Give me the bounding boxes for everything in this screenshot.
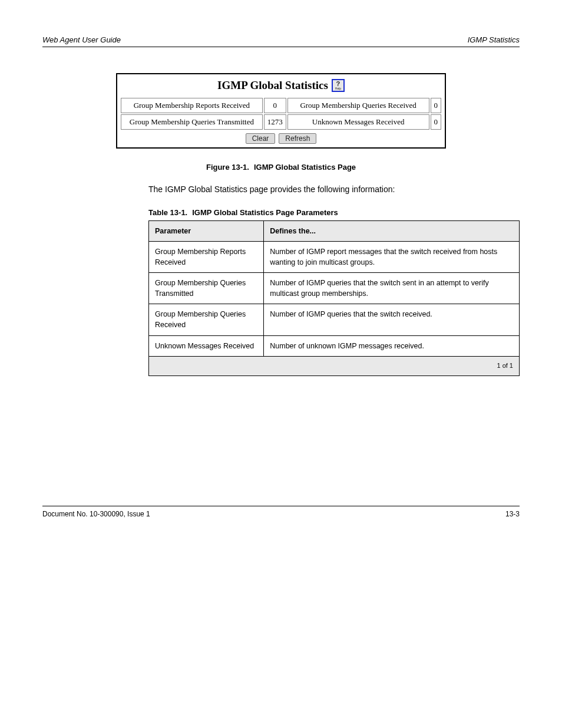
cell-desc: Number of IGMP queries that the switch r… — [264, 304, 520, 335]
cell-desc: Number of IGMP queries that the switch s… — [264, 273, 520, 304]
page-header: Web Agent User Guide IGMP Statistics — [42, 35, 520, 47]
table-caption: Table 13-1.IGMP Global Statistics Page P… — [148, 208, 520, 217]
cell-param: Group Membership Queries Transmitted — [149, 273, 264, 304]
table-row: Group Membership Reports Received Number… — [149, 241, 520, 272]
footer-page-number: 13-3 — [505, 510, 520, 518]
cell-desc: Number of unknown IGMP messages received… — [264, 335, 520, 356]
unknown-received-value: 0 — [431, 114, 442, 130]
figure-caption-text: IGMP Global Statistics Page — [254, 163, 356, 172]
reports-received-value: 0 — [264, 98, 286, 113]
table-footer: 1 of 1 — [149, 356, 520, 375]
footer-doc-id: Document No. 10-300090, Issue 1 — [42, 510, 150, 518]
figure-caption-number: Figure 13-1. — [206, 163, 249, 172]
col-header-defines: Defines the... — [264, 220, 520, 241]
table-row: Unknown Messages Received Number of unkn… — [149, 335, 520, 356]
cell-param: Group Membership Reports Received — [149, 241, 264, 272]
table-row: Group Membership Queries Transmitted Num… — [149, 273, 520, 304]
clear-button[interactable]: Clear — [246, 133, 276, 144]
reports-received-label: Group Membership Reports Received — [121, 98, 263, 113]
cell-desc: Number of IGMP report messages that the … — [264, 241, 520, 272]
unknown-received-label: Unknown Messages Received — [287, 114, 429, 130]
help-icon[interactable]: ? Help — [332, 79, 345, 92]
queries-transmitted-label: Group Membership Queries Transmitted — [121, 114, 263, 130]
header-right: IGMP Statistics — [468, 35, 520, 44]
col-header-parameter: Parameter — [149, 220, 264, 241]
queries-received-label: Group Membership Queries Received — [287, 98, 429, 113]
table-row: Group Membership Queries Received Number… — [149, 304, 520, 335]
header-left: Web Agent User Guide — [42, 35, 121, 44]
queries-received-value: 0 — [431, 98, 442, 113]
figure-caption: Figure 13-1.IGMP Global Statistics Page — [42, 163, 520, 172]
intro-paragraph: The IGMP Global Statistics page provides… — [148, 183, 520, 196]
igmp-stats-panel: IGMP Global Statistics ? Help Group Memb… — [116, 73, 446, 149]
queries-transmitted-value: 1273 — [264, 114, 286, 130]
cell-param: Group Membership Queries Received — [149, 304, 264, 335]
cell-param: Unknown Messages Received — [149, 335, 264, 356]
stats-grid: Group Membership Reports Received 0 Grou… — [117, 95, 445, 131]
refresh-button[interactable]: Refresh — [279, 133, 316, 144]
panel-title: IGMP Global Statistics — [217, 79, 328, 92]
table-caption-text: IGMP Global Statistics Page Parameters — [192, 208, 338, 217]
table-caption-number: Table 13-1. — [148, 208, 187, 217]
params-table: Parameter Defines the... Group Membershi… — [148, 220, 520, 376]
page-footer: Document No. 10-300090, Issue 1 13-3 — [42, 506, 520, 518]
